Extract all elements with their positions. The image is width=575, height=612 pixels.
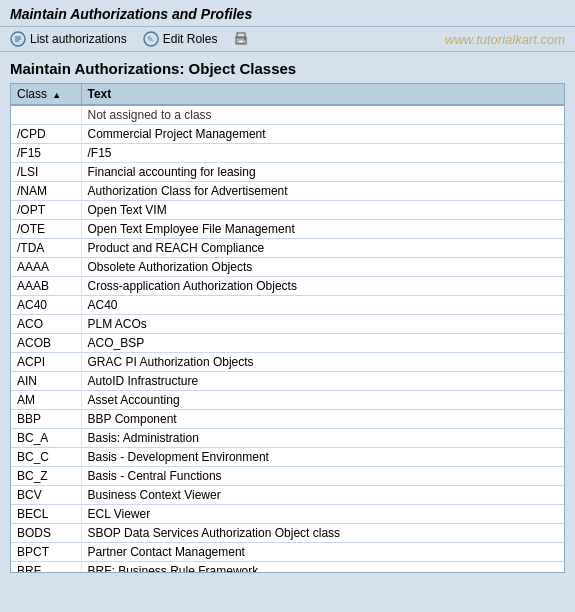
table-body: Not assigned to a class/CPDCommercial Pr…	[11, 105, 564, 573]
table-row[interactable]: BBPBBP Component	[11, 410, 564, 429]
col-header-class[interactable]: Class ▲	[11, 84, 81, 105]
table-row[interactable]: /LSIFinancial accounting for leasing	[11, 163, 564, 182]
cell-text: AC40	[81, 296, 564, 315]
cell-class: BECL	[11, 505, 81, 524]
cell-class	[11, 105, 81, 125]
window-title: Maintain Authorizations and Profiles	[10, 6, 565, 22]
table-row[interactable]: BODSSBOP Data Services Authorization Obj…	[11, 524, 564, 543]
cell-class: /F15	[11, 144, 81, 163]
cell-text: Commercial Project Management	[81, 125, 564, 144]
cell-class: BC_Z	[11, 467, 81, 486]
cell-class: BRF	[11, 562, 81, 574]
table-row[interactable]: /CPDCommercial Project Management	[11, 125, 564, 144]
table-row[interactable]: Not assigned to a class	[11, 105, 564, 125]
cell-class: BC_A	[11, 429, 81, 448]
object-classes-table-container[interactable]: Class ▲ Text Not assigned to a class/CPD…	[10, 83, 565, 573]
cell-text: Basis - Central Functions	[81, 467, 564, 486]
table-row[interactable]: ACPIGRAC PI Authorization Objects	[11, 353, 564, 372]
watermark: www.tutorialkart.com	[445, 32, 565, 47]
col-header-text[interactable]: Text	[81, 84, 564, 105]
cell-text: Basis - Development Environment	[81, 448, 564, 467]
table-row[interactable]: /F15/F15	[11, 144, 564, 163]
table-row[interactable]: AAAAObsolete Authorization Objects	[11, 258, 564, 277]
cell-class: /OPT	[11, 201, 81, 220]
cell-text: BRF: Business Rule Framework	[81, 562, 564, 574]
cell-class: AM	[11, 391, 81, 410]
cell-text: Cross-application Authorization Objects	[81, 277, 564, 296]
cell-text: Open Text VIM	[81, 201, 564, 220]
content-area: Maintain Authorizations: Object Classes …	[0, 52, 575, 577]
svg-text:✎: ✎	[147, 35, 154, 44]
svg-point-9	[244, 38, 246, 40]
cell-text: GRAC PI Authorization Objects	[81, 353, 564, 372]
cell-class: ACO	[11, 315, 81, 334]
table-row[interactable]: BC_ABasis: Administration	[11, 429, 564, 448]
cell-text: PLM ACOs	[81, 315, 564, 334]
cell-class: ACPI	[11, 353, 81, 372]
cell-text: Open Text Employee File Management	[81, 220, 564, 239]
print-icon	[233, 31, 249, 47]
cell-class: /OTE	[11, 220, 81, 239]
table-row[interactable]: AINAutoID Infrastructure	[11, 372, 564, 391]
cell-text: Financial accounting for leasing	[81, 163, 564, 182]
list-auth-label: List authorizations	[30, 32, 127, 46]
cell-text: Product and REACH Compliance	[81, 239, 564, 258]
cell-text: Not assigned to a class	[81, 105, 564, 125]
cell-class: BODS	[11, 524, 81, 543]
table-row[interactable]: BCVBusiness Context Viewer	[11, 486, 564, 505]
table-row[interactable]: AC40AC40	[11, 296, 564, 315]
cell-class: AC40	[11, 296, 81, 315]
table-row[interactable]: BPCTPartner Contact Management	[11, 543, 564, 562]
cell-class: BPCT	[11, 543, 81, 562]
cell-class: /LSI	[11, 163, 81, 182]
table-row[interactable]: BRFBRF: Business Rule Framework	[11, 562, 564, 574]
table-row[interactable]: AMAsset Accounting	[11, 391, 564, 410]
cell-class: AAAA	[11, 258, 81, 277]
table-row[interactable]: ACOPLM ACOs	[11, 315, 564, 334]
cell-class: /NAM	[11, 182, 81, 201]
cell-text: Asset Accounting	[81, 391, 564, 410]
table-row[interactable]: /OPTOpen Text VIM	[11, 201, 564, 220]
table-row[interactable]: BC_CBasis - Development Environment	[11, 448, 564, 467]
cell-class: BBP	[11, 410, 81, 429]
table-row[interactable]: AAABCross-application Authorization Obje…	[11, 277, 564, 296]
cell-text: ECL Viewer	[81, 505, 564, 524]
table-row[interactable]: /NAMAuthorization Class for Advertisemen…	[11, 182, 564, 201]
list-authorizations-button[interactable]: List authorizations	[10, 31, 127, 47]
toolbar: List authorizations ✎ Edit Roles www.tut…	[0, 27, 575, 52]
list-auth-icon	[10, 31, 26, 47]
table-row[interactable]: BECLECL Viewer	[11, 505, 564, 524]
cell-class: /TDA	[11, 239, 81, 258]
svg-rect-8	[238, 40, 244, 43]
cell-text: BBP Component	[81, 410, 564, 429]
cell-class: BCV	[11, 486, 81, 505]
cell-text: Basis: Administration	[81, 429, 564, 448]
table-header-row: Class ▲ Text	[11, 84, 564, 105]
cell-text: Business Context Viewer	[81, 486, 564, 505]
cell-text: Partner Contact Management	[81, 543, 564, 562]
cell-class: BC_C	[11, 448, 81, 467]
sort-arrow-icon: ▲	[52, 90, 61, 100]
edit-roles-label: Edit Roles	[163, 32, 218, 46]
title-bar: Maintain Authorizations and Profiles	[0, 0, 575, 27]
object-classes-table: Class ▲ Text Not assigned to a class/CPD…	[11, 84, 564, 573]
cell-text: SBOP Data Services Authorization Object …	[81, 524, 564, 543]
cell-text: AutoID Infrastructure	[81, 372, 564, 391]
print-button[interactable]	[233, 31, 249, 47]
cell-text: Authorization Class for Advertisement	[81, 182, 564, 201]
table-row[interactable]: /TDAProduct and REACH Compliance	[11, 239, 564, 258]
cell-class: AIN	[11, 372, 81, 391]
cell-class: AAAB	[11, 277, 81, 296]
edit-roles-icon: ✎	[143, 31, 159, 47]
cell-class: ACOB	[11, 334, 81, 353]
cell-class: /CPD	[11, 125, 81, 144]
table-row[interactable]: /OTEOpen Text Employee File Management	[11, 220, 564, 239]
cell-text: ACO_BSP	[81, 334, 564, 353]
page-title: Maintain Authorizations: Object Classes	[10, 60, 565, 77]
table-row[interactable]: ACOBACO_BSP	[11, 334, 564, 353]
table-row[interactable]: BC_ZBasis - Central Functions	[11, 467, 564, 486]
cell-text: /F15	[81, 144, 564, 163]
edit-roles-button[interactable]: ✎ Edit Roles	[143, 31, 218, 47]
cell-text: Obsolete Authorization Objects	[81, 258, 564, 277]
